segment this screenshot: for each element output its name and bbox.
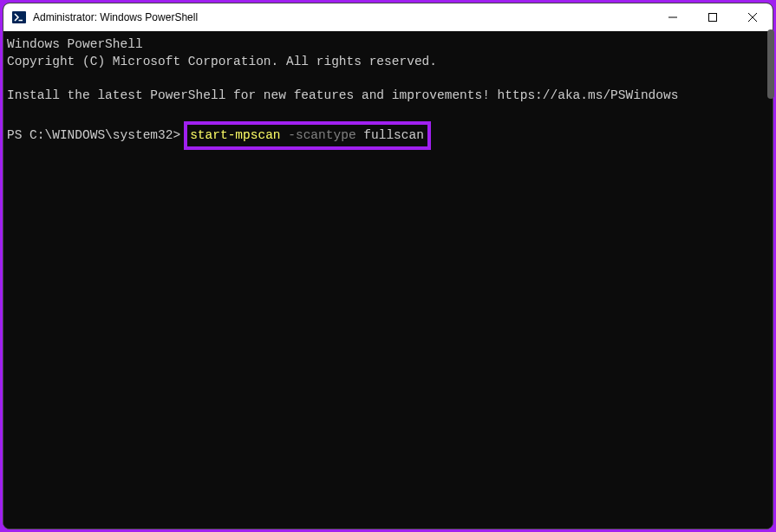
- command-value: fullscan: [356, 127, 424, 145]
- prompt-line: PS C:\WINDOWS\system32> start-mpscan -sc…: [7, 121, 769, 151]
- blank-line: [7, 70, 769, 88]
- svg-rect-3: [709, 14, 717, 22]
- minimize-button[interactable]: [653, 3, 693, 31]
- window-controls: [653, 3, 773, 31]
- scrollbar-thumb[interactable]: [767, 29, 773, 99]
- prompt-text: PS C:\WINDOWS\system32>: [7, 127, 180, 145]
- scrollbar-track[interactable]: [764, 28, 773, 529]
- terminal-output-line: Install the latest PowerShell for new fe…: [7, 88, 769, 105]
- titlebar[interactable]: Administrator: Windows PowerShell: [3, 3, 773, 31]
- command-parameter: -scantype: [281, 127, 356, 145]
- powershell-window: Administrator: Windows PowerShell Window…: [3, 3, 773, 529]
- window-title: Administrator: Windows PowerShell: [33, 11, 653, 23]
- terminal-output-line: Copyright (C) Microsoft Corporation. All…: [7, 54, 769, 71]
- command-highlight-box: start-mpscan -scantype fullscan: [184, 121, 431, 151]
- blank-line: [7, 104, 769, 121]
- terminal-output-line: Windows PowerShell: [7, 36, 769, 54]
- terminal-area[interactable]: Windows PowerShell Copyright (C) Microso…: [3, 31, 773, 529]
- maximize-button[interactable]: [693, 3, 733, 31]
- command-cmdlet: start-mpscan: [190, 127, 280, 145]
- powershell-icon: [12, 10, 26, 24]
